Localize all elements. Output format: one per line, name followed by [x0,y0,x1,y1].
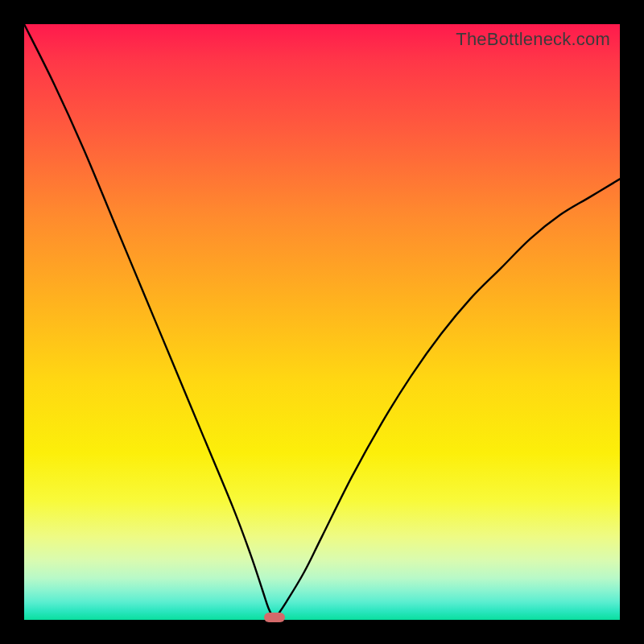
chart-frame: TheBottleneck.com [0,0,644,644]
curve-layer [24,24,620,620]
left-branch-path [24,24,275,620]
plot-area: TheBottleneck.com [24,24,620,620]
right-branch-path [275,179,620,620]
minimum-marker [264,613,285,622]
